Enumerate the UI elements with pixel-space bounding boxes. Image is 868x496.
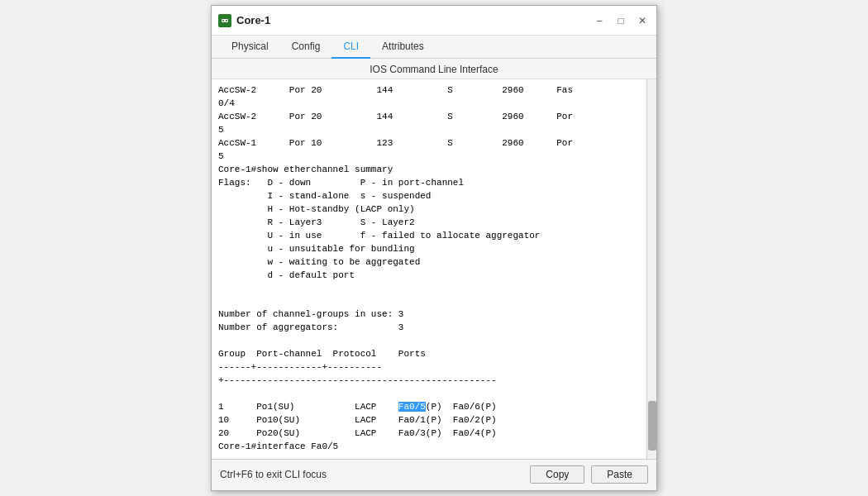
svg-point-2 — [222, 20, 224, 21]
tab-attributes[interactable]: Attributes — [370, 36, 436, 59]
terminal-highlight: Fa0/5 — [398, 402, 426, 412]
tab-physical[interactable]: Physical — [220, 36, 280, 59]
terminal-output[interactable]: AccSW-2 Por 20 144 S 2960 Fas 0/4 AccSW-… — [212, 79, 646, 458]
tab-bar: Physical Config CLI Attributes — [212, 36, 656, 59]
main-window: Core-1 – □ ✕ Physical Config CLI Attribu… — [211, 5, 657, 490]
scrollbar-track[interactable] — [646, 79, 656, 458]
window-title: Core-1 — [236, 14, 270, 26]
title-bar: Core-1 – □ ✕ — [212, 6, 656, 36]
status-bar: Ctrl+F6 to exit CLI focus Copy Paste — [212, 459, 656, 490]
router-icon — [218, 14, 231, 27]
svg-point-3 — [226, 20, 227, 21]
terminal-container: AccSW-2 Por 20 144 S 2960 Fas 0/4 AccSW-… — [212, 79, 656, 458]
terminal-pre: AccSW-2 Por 20 144 S 2960 Fas 0/4 AccSW-… — [218, 85, 573, 412]
maximize-button[interactable]: □ — [613, 13, 628, 28]
minimize-button[interactable]: – — [592, 13, 607, 28]
copy-button[interactable]: Copy — [530, 465, 584, 484]
scrollbar-thumb[interactable] — [648, 401, 656, 451]
action-buttons: Copy Paste — [530, 465, 648, 484]
paste-button[interactable]: Paste — [591, 465, 648, 484]
cli-hint-text: Ctrl+F6 to exit CLI focus — [220, 469, 327, 480]
window-controls: – □ ✕ — [592, 13, 650, 28]
tab-config[interactable]: Config — [280, 36, 332, 59]
tab-cli[interactable]: CLI — [331, 36, 370, 59]
title-bar-left: Core-1 — [218, 14, 270, 27]
close-button[interactable]: ✕ — [635, 13, 650, 28]
cli-header-label: IOS Command Line Interface — [212, 59, 656, 79]
